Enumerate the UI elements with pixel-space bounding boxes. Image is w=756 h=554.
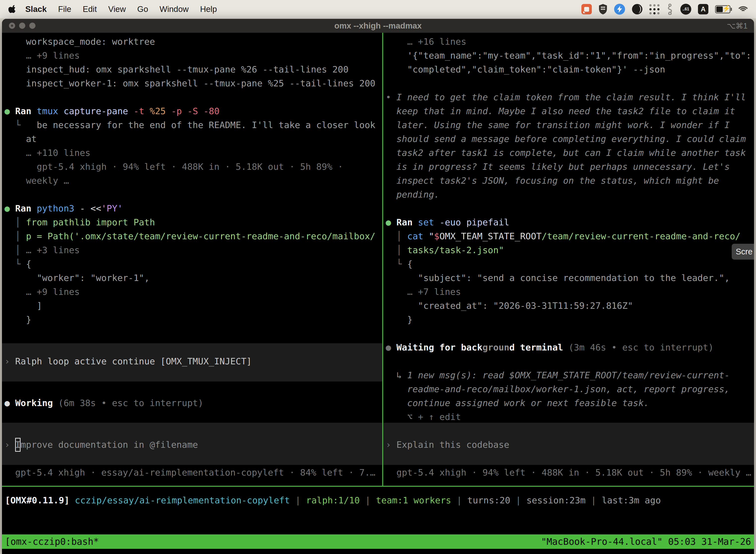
terminal-line: … +7 lines (383, 285, 754, 299)
terminal-line: task2 after task1 is complete, but can I… (383, 146, 754, 160)
terminal-line: ● Ran tmux capture-pane -t %25 -p -S -80 (2, 104, 382, 118)
battery-icon[interactable]: ⚡ (715, 5, 731, 13)
terminal-window: omx --xhigh --madmax ⌥⌘1 workspace_mode:… (2, 19, 754, 554)
menu-help[interactable]: Help (200, 4, 217, 14)
terminal-line: › Explain this codebase (383, 438, 754, 452)
left-terminal-pane[interactable]: workspace_mode: worktree … +9 lines insp… (2, 35, 382, 486)
window-titlebar[interactable]: omx --xhigh --madmax ⌥⌘1 (2, 19, 754, 33)
right-terminal-pane[interactable]: Scre … +16 lines '{"team_name":"my-team"… (383, 35, 754, 486)
terminal-line (2, 90, 382, 104)
shield-icon[interactable] (598, 4, 608, 15)
terminal-line: │ tasks/task-2.json" (383, 243, 754, 257)
screen-tooltip: Scre (732, 244, 754, 260)
terminal-line: '{"team_name":"my-team","task_id":"1","f… (383, 49, 754, 63)
terminal-line (383, 76, 754, 90)
tmux-session-label: [omx-cczip0:bash* (5, 536, 99, 547)
terminal-line: ● Ran set -euo pipefail (383, 215, 754, 229)
terminal-line: │ … +3 lines (2, 243, 382, 257)
terminal-line: ● Ran python3 - <<'PY' (2, 202, 382, 215)
terminal-line: › Ralph loop active continue [OMX_TMUX_I… (2, 354, 382, 368)
terminal-line (2, 188, 382, 202)
menu-window[interactable]: Window (160, 4, 189, 14)
terminal-line: "completed","claim_token":"claim-token"}… (383, 63, 754, 76)
terminal-line: │ from pathlib import Path (2, 215, 382, 229)
menu-go[interactable]: Go (137, 4, 148, 14)
terminal-line: gpt-5.4 xhigh · 94% left · 488K in · 5.1… (2, 160, 382, 174)
wifi-icon[interactable] (737, 5, 749, 14)
menu-app-name[interactable]: Slack (25, 4, 47, 14)
squiggle-icon[interactable] (666, 3, 674, 15)
terminal-line: inspect_hud: omx sparkshell --tmux-pane … (2, 63, 382, 76)
apple-menu-icon[interactable] (8, 4, 17, 14)
slack-status-icon[interactable] (581, 4, 592, 14)
terminal-line: "created_at": "2026-03-31T11:59:27.816Z" (383, 299, 754, 313)
terminal-line (2, 410, 382, 424)
terminal-line: at (2, 132, 382, 146)
terminal-line: └ be necessary for the end of the README… (2, 118, 382, 132)
terminal-line: ● Working (6m 38s • esc to interrupt) (2, 396, 382, 410)
menubar-status-icons: ..61 A ⚡ (581, 3, 751, 15)
terminal-line: "worker": "worker-1", (2, 271, 382, 285)
terminal-line: keep that in mind. Maybe I also need the… (383, 104, 754, 118)
terminal-line: weekly … (2, 174, 382, 188)
terminal-line (2, 382, 382, 396)
terminal-line: is in progress? It seems likely but perh… (383, 160, 754, 174)
terminal-line: │ p = Path('.omx/state/team/review-curre… (2, 229, 382, 243)
window-shortcut-hint: ⌥⌘1 (727, 19, 748, 33)
app-menus: Slack File Edit View Go Window Help (25, 4, 217, 14)
terminal-line: └ { (383, 257, 754, 271)
terminal-line: continue assigned work or next feasible … (383, 396, 754, 410)
bolt-badge-icon[interactable] (614, 4, 625, 15)
omx-status-line: [OMX#0.11.9] cczip/essay/ai-reimplementa… (2, 493, 754, 507)
menu-bar: Slack File Edit View Go Window Help (0, 0, 756, 18)
terminal-line (2, 368, 382, 382)
terminal-line: ⌥ + ↑ edit (383, 410, 754, 424)
terminal-line: "subject": "send a concise recommendatio… (383, 271, 754, 285)
terminal-line (383, 424, 754, 438)
terminal-line: … +9 lines (2, 49, 382, 63)
window-title: omx --xhigh --madmax (2, 19, 754, 33)
terminal-line (2, 340, 382, 354)
terminal-content: workspace_mode: worktree … +9 lines insp… (2, 33, 754, 554)
terminal-line (2, 424, 382, 438)
menu-view[interactable]: View (108, 4, 126, 14)
tmux-host-clock-label: "MacBook-Pro-44.local" 05:03 31-Mar-26 (541, 536, 751, 547)
terminal-line (383, 354, 754, 368)
terminal-line: inspect_worker-1: omx sparkshell --tmux-… (2, 76, 382, 90)
menu-file[interactable]: File (58, 4, 71, 14)
pane-divider-horizontal (2, 486, 754, 487)
terminal-line: } (2, 313, 382, 327)
terminal-line: pending. (383, 188, 754, 202)
terminal-line: │ cat "$OMX_TEAM_STATE_ROOT/team/review-… (383, 229, 754, 243)
terminal-line: ] (2, 299, 382, 313)
terminal-line: gpt-5.4 xhigh · 94% left · 488K in · 5.1… (383, 466, 754, 480)
terminal-line: ↳ 1 new msg(s): read $OMX_TEAM_STATE_ROO… (383, 368, 754, 382)
terminal-line (383, 202, 754, 215)
terminal-line: • I need to get the claim token from the… (383, 90, 754, 104)
crescent-icon[interactable] (632, 4, 643, 15)
terminal-line: … +9 lines (2, 285, 382, 299)
terminal-line: [OMX#0.11.9] cczip/essay/ai-reimplementa… (2, 493, 754, 507)
terminal-line: › Improve documentation in @filename (2, 438, 382, 452)
a-badge-icon[interactable]: A (698, 4, 708, 14)
terminal-line: readme-and-reco/mailbox/worker-1.json, a… (383, 382, 754, 396)
menu-edit[interactable]: Edit (82, 4, 97, 14)
terminal-line (383, 327, 754, 340)
dots-grid-icon[interactable] (649, 4, 659, 14)
speed-badge-icon[interactable]: ..61 (680, 4, 691, 15)
terminal-line: ● Waiting for background terminal (3m 46… (383, 340, 754, 354)
terminal-line (2, 452, 382, 466)
terminal-line: should send a message before completing … (383, 132, 754, 146)
terminal-line: gpt-5.4 xhigh · essay/ai-reimplementatio… (2, 466, 382, 480)
terminal-line: } (383, 313, 754, 327)
terminal-line: … +16 lines (383, 35, 754, 49)
terminal-line: workspace_mode: worktree (2, 35, 382, 49)
terminal-line (2, 327, 382, 340)
terminal-line: … +110 lines (2, 146, 382, 160)
terminal-line (383, 452, 754, 466)
terminal-line: inspect task2's JSON, focusing on the st… (383, 174, 754, 188)
terminal-line: later. Using the same for transition mig… (383, 118, 754, 132)
tmux-status-bar: [omx-cczip0:bash* "MacBook-Pro-44.local"… (2, 535, 754, 549)
terminal-line: └ { (2, 257, 382, 271)
